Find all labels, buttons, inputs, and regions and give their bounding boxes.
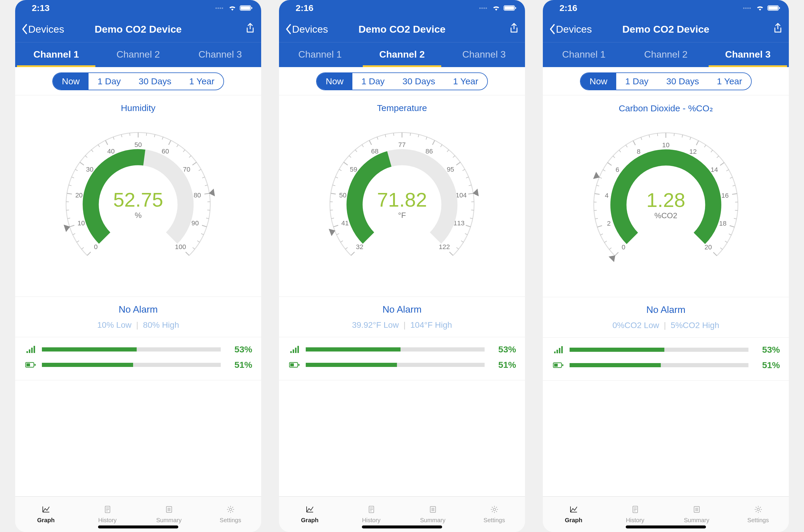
svg-text:32: 32 bbox=[356, 243, 363, 250]
timerange-segment[interactable]: 1 Year bbox=[708, 73, 751, 90]
signal-bar bbox=[42, 347, 221, 352]
svg-line-179 bbox=[725, 241, 727, 243]
timerange-segment-label: Now bbox=[62, 76, 80, 87]
channel-tab[interactable]: Channel 1 bbox=[543, 42, 625, 67]
device-stats: 53% 51% bbox=[279, 337, 525, 380]
svg-text:2: 2 bbox=[607, 220, 610, 227]
timerange-segment[interactable]: 30 Days bbox=[658, 73, 708, 90]
svg-line-28 bbox=[177, 145, 178, 147]
svg-line-142 bbox=[609, 248, 611, 249]
svg-text:30: 30 bbox=[86, 166, 93, 173]
timerange-segment[interactable]: Now bbox=[317, 73, 352, 90]
svg-line-177 bbox=[730, 226, 734, 227]
svg-text:70: 70 bbox=[183, 166, 190, 173]
svg-line-78 bbox=[330, 210, 333, 210]
channel-tab-label: Channel 2 bbox=[379, 49, 425, 60]
gauge-label: Temperature bbox=[279, 103, 525, 113]
timerange-segment[interactable]: 1 Day bbox=[89, 73, 130, 90]
svg-text:71.82: 71.82 bbox=[377, 189, 427, 211]
status-icons bbox=[743, 5, 781, 11]
svg-line-37 bbox=[207, 210, 210, 210]
svg-line-8 bbox=[68, 218, 70, 219]
device-stats: 53% 51% bbox=[543, 338, 789, 381]
settings-icon bbox=[490, 505, 499, 515]
bottom-tab-settings[interactable]: Settings bbox=[200, 497, 261, 532]
timerange-segment[interactable]: 1 Day bbox=[352, 73, 394, 90]
channel-tab[interactable]: Channel 2 bbox=[361, 42, 443, 67]
svg-line-40 bbox=[201, 234, 203, 235]
svg-line-145 bbox=[597, 226, 602, 227]
bottom-tab-settings[interactable]: Settings bbox=[463, 497, 525, 532]
bottom-tab-graph[interactable]: Graph bbox=[543, 497, 604, 532]
battery-value: 51% bbox=[225, 360, 252, 370]
svg-text:68: 68 bbox=[371, 148, 379, 155]
svg-text:12: 12 bbox=[689, 148, 697, 155]
share-button[interactable] bbox=[245, 22, 255, 36]
svg-rect-59 bbox=[26, 351, 28, 353]
signal-value: 53% bbox=[225, 344, 252, 355]
svg-line-33 bbox=[202, 177, 205, 178]
share-button[interactable] bbox=[773, 22, 783, 36]
svg-line-25 bbox=[154, 134, 155, 137]
alarm-section: No Alarm 0%CO2 Low | 5%CO2 High bbox=[543, 297, 789, 338]
svg-line-13 bbox=[72, 177, 74, 178]
timerange-segment[interactable]: Now bbox=[53, 73, 89, 90]
svg-line-102 bbox=[466, 177, 469, 178]
timerange-segment[interactable]: 1 Year bbox=[444, 73, 487, 90]
alarm-section: No Alarm 10% Low | 80% High bbox=[15, 297, 261, 337]
signal-icon bbox=[552, 345, 565, 354]
timerange-segment-label: Now bbox=[589, 76, 607, 87]
alarm-low: 39.92°F Low bbox=[352, 320, 399, 329]
svg-line-181 bbox=[713, 252, 717, 256]
bottom-tab-label: History bbox=[362, 517, 380, 524]
svg-line-163 bbox=[682, 135, 682, 137]
bottom-tab-graph[interactable]: Graph bbox=[15, 497, 77, 532]
gauge-section: Temperature 324150596877869510411312271.… bbox=[279, 95, 525, 297]
channel-tab[interactable]: Channel 1 bbox=[15, 42, 97, 67]
channel-tab[interactable]: Channel 3 bbox=[179, 42, 261, 67]
bottom-tab-settings[interactable]: Settings bbox=[727, 497, 789, 532]
bottom-tab-label: Summary bbox=[420, 517, 446, 524]
separator: | bbox=[664, 321, 666, 330]
svg-text:14: 14 bbox=[711, 166, 718, 173]
bottom-tab-label: History bbox=[626, 517, 644, 524]
channel-tab[interactable]: Channel 2 bbox=[625, 42, 707, 67]
svg-text:%: % bbox=[134, 211, 142, 220]
svg-text:°F: °F bbox=[398, 211, 406, 220]
svg-text:41: 41 bbox=[341, 220, 349, 227]
svg-line-154 bbox=[613, 156, 615, 158]
channel-tab[interactable]: Channel 1 bbox=[279, 42, 361, 67]
back-button[interactable]: Devices bbox=[21, 23, 64, 35]
channel-tab[interactable]: Channel 2 bbox=[97, 42, 179, 67]
timerange-segment[interactable]: 1 Year bbox=[180, 73, 223, 90]
share-button[interactable] bbox=[509, 22, 519, 36]
channel-tab[interactable]: Channel 3 bbox=[443, 42, 525, 67]
channel-tab-label: Channel 1 bbox=[34, 49, 79, 60]
svg-line-81 bbox=[332, 185, 335, 186]
svg-line-34 bbox=[205, 185, 208, 186]
timerange-segment[interactable]: 30 Days bbox=[394, 73, 444, 90]
svg-line-143 bbox=[604, 241, 607, 243]
svg-line-72 bbox=[351, 252, 354, 255]
timerange-segment[interactable]: 1 Day bbox=[616, 73, 657, 90]
svg-line-144 bbox=[601, 234, 603, 235]
back-button[interactable]: Devices bbox=[285, 23, 328, 35]
back-button[interactable]: Devices bbox=[549, 23, 592, 35]
timerange-segment[interactable]: Now bbox=[581, 73, 616, 90]
svg-line-41 bbox=[197, 241, 200, 242]
svg-rect-140 bbox=[779, 7, 780, 9]
timerange-segment[interactable]: 30 Days bbox=[130, 73, 180, 90]
chevron-left-icon bbox=[21, 23, 28, 35]
svg-rect-134 bbox=[298, 364, 299, 366]
svg-line-89 bbox=[377, 137, 378, 139]
svg-rect-60 bbox=[29, 349, 30, 353]
svg-line-97 bbox=[441, 145, 442, 147]
bottom-tab-graph[interactable]: Graph bbox=[279, 497, 341, 532]
channel-tab[interactable]: Channel 3 bbox=[707, 42, 789, 67]
graph-icon bbox=[42, 505, 51, 515]
svg-line-77 bbox=[331, 218, 334, 219]
alarm-status: No Alarm bbox=[15, 304, 261, 315]
signal-icon bbox=[24, 345, 37, 354]
svg-text:86: 86 bbox=[425, 148, 433, 155]
share-icon bbox=[245, 22, 255, 35]
